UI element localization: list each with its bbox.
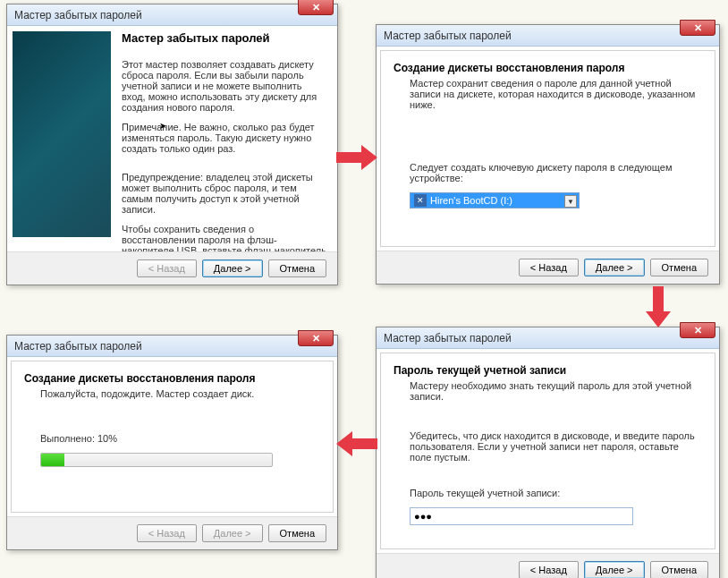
close-button[interactable]: ✕: [298, 0, 334, 15]
chevron-down-icon[interactable]: ▼: [564, 195, 577, 208]
drive-icon: ✕: [414, 194, 427, 207]
button-row: < Назад Далее > Отмена: [7, 251, 337, 285]
close-button[interactable]: ✕: [680, 322, 715, 338]
progress-label: Выполнено: 10%: [40, 433, 320, 444]
arrow-down-icon: [644, 286, 673, 327]
step-subtitle: Пожалуйста, подождите. Мастер создает ди…: [40, 388, 320, 399]
titlebar[interactable]: Мастер забытых паролей ✕: [377, 327, 719, 349]
intro-p3: Предупреждение: владелец этой дискеты мо…: [122, 172, 328, 215]
intro-p4: Чтобы сохранить сведения о восстановлени…: [122, 224, 328, 251]
back-button[interactable]: < Назад: [519, 561, 579, 578]
close-button[interactable]: ✕: [298, 330, 334, 346]
cancel-button[interactable]: Отмена: [650, 259, 708, 276]
cursor-icon: ➤: [159, 121, 166, 131]
next-button: Далее >: [202, 524, 263, 542]
button-row: < Назад Далее > Отмена: [377, 251, 719, 284]
window-title: Мастер забытых паролей: [14, 9, 142, 21]
dialog-intro: Мастер забытых паролей ✕ Мастер забытых …: [6, 4, 338, 285]
step-title: Создание дискеты восстановления пароля: [24, 372, 320, 385]
svg-marker-2: [336, 431, 377, 456]
next-button[interactable]: Далее >: [584, 259, 645, 276]
cancel-button[interactable]: Отмена: [650, 561, 708, 578]
window-title: Мастер забытых паролей: [14, 340, 142, 353]
button-row: < Назад Далее > Отмена: [377, 553, 719, 578]
dialog-progress: Мастер забытых паролей ✕ Создание дискет…: [6, 335, 338, 550]
drive-dropdown[interactable]: ✕ Hiren's BootCD (I:) ▼: [410, 192, 580, 208]
step-title: Пароль текущей учетной записи: [394, 364, 702, 377]
arrow-right-icon: [336, 143, 377, 172]
svg-marker-1: [646, 286, 671, 327]
back-button[interactable]: < Назад: [519, 259, 579, 276]
titlebar[interactable]: Мастер забытых паролей ✕: [377, 25, 719, 47]
page-heading: Мастер забытых паролей: [122, 31, 328, 45]
drive-selected: Hiren's BootCD (I:): [430, 195, 512, 206]
cancel-button[interactable]: Отмена: [268, 259, 326, 277]
dialog-select-drive: Мастер забытых паролей ✕ Создание дискет…: [376, 24, 720, 285]
button-row: < Назад Далее > Отмена: [7, 516, 337, 549]
next-button[interactable]: Далее >: [584, 561, 645, 578]
intro-p2: Примечание. Не важно, сколько раз будет …: [122, 122, 328, 154]
titlebar[interactable]: Мастер забытых паролей ✕: [7, 336, 337, 357]
step-subtitle: Мастер сохранит сведения о пароле для да…: [410, 78, 702, 110]
window-title: Мастер забытых паролей: [384, 332, 512, 344]
step-title: Создание дискеты восстановления пароля: [394, 62, 702, 74]
progress-fill: [41, 454, 64, 466]
progress-bar: [40, 453, 273, 467]
cancel-button[interactable]: Отмена: [268, 524, 326, 542]
next-button[interactable]: Далее >: [202, 259, 263, 277]
wizard-banner: [13, 31, 111, 237]
titlebar[interactable]: Мастер забытых паролей ✕: [7, 4, 337, 26]
password-input[interactable]: [410, 507, 633, 525]
back-button: < Назад: [137, 524, 197, 542]
drive-prompt: Следует создать ключевую дискету пароля …: [410, 162, 702, 183]
arrow-left-icon: [336, 429, 377, 458]
back-button: < Назад: [137, 259, 197, 277]
pw-field-label: Пароль текущей учетной записи:: [410, 488, 702, 498]
step-subtitle: Мастеру необходимо знать текущий пароль …: [410, 380, 702, 402]
intro-p1: Этот мастер позволяет создавать дискету …: [122, 59, 328, 113]
pw-instruction: Убедитесь, что диск находится в дисковод…: [410, 430, 702, 463]
dialog-current-password: Мастер забытых паролей ✕ Пароль текущей …: [376, 327, 720, 578]
close-button[interactable]: ✕: [680, 20, 715, 36]
svg-marker-0: [336, 145, 377, 170]
window-title: Мастер забытых паролей: [384, 30, 512, 42]
